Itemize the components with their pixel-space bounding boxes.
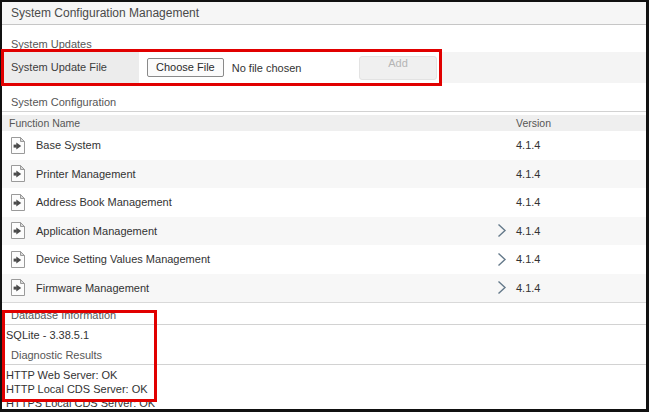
expand-row-control[interactable] — [488, 252, 514, 267]
function-table-body: Base System 4.1.4 Printer Management — [2, 131, 646, 303]
update-row-filler — [442, 52, 646, 83]
diagnostic-line: HTTP Local CDS Server: OK — [2, 382, 646, 396]
expand-row-control[interactable] — [488, 280, 514, 295]
database-information-section-label: Database Information — [2, 309, 646, 325]
choose-file-button[interactable]: Choose File — [147, 58, 224, 77]
system-configuration-section-label: System Configuration — [2, 96, 646, 112]
function-name-cell: Application Management — [2, 222, 488, 239]
diagnostic-lines: HTTP Web Server: OKHTTP Local CDS Server… — [2, 365, 646, 410]
function-version: 4.1.4 — [514, 139, 646, 151]
system-update-file-input: Choose File No file chosen Add — [139, 52, 442, 83]
function-table-row[interactable]: Firmware Management 4.1.4 — [2, 274, 646, 303]
function-table-header: Function Name Version — [2, 115, 646, 131]
system-configuration-management-page: System Configuration Management System U… — [0, 0, 649, 412]
install-file-icon — [11, 165, 25, 182]
expand-row-control[interactable] — [488, 223, 514, 238]
install-file-icon — [11, 222, 25, 239]
function-name-cell: Device Setting Values Management — [2, 251, 488, 268]
function-name-cell: Firmware Management — [2, 279, 488, 296]
chevron-right-icon — [496, 223, 507, 238]
system-update-file-row: System Update File Choose File No file c… — [2, 52, 646, 83]
function-version: 4.1.4 — [514, 225, 646, 237]
info-block: Database Information SQLite - 3.38.5.1 D… — [2, 309, 646, 410]
install-file-icon — [11, 279, 25, 296]
function-version: 4.1.4 — [514, 282, 646, 294]
function-version: 4.1.4 — [514, 196, 646, 208]
function-name-cell: Address Book Management — [2, 194, 488, 211]
diagnostic-results-section-label: Diagnostic Results — [2, 349, 646, 365]
function-table-row: Address Book Management 4.1.4 — [2, 188, 646, 217]
function-name: Base System — [36, 139, 101, 151]
function-version: 4.1.4 — [514, 253, 646, 265]
chevron-right-icon — [496, 252, 507, 267]
column-header-version: Version — [514, 117, 646, 129]
function-table-row: Printer Management 4.1.4 — [2, 160, 646, 189]
column-header-function-name: Function Name — [2, 117, 488, 129]
function-name-cell: Base System — [2, 137, 488, 154]
add-button[interactable]: Add — [359, 56, 437, 80]
function-name: Firmware Management — [36, 282, 149, 294]
function-table-row: Base System 4.1.4 — [2, 131, 646, 160]
install-file-icon — [11, 251, 25, 268]
function-name: Application Management — [36, 225, 157, 237]
file-chosen-status: No file chosen — [232, 62, 302, 74]
function-name-cell: Printer Management — [2, 165, 488, 182]
function-name: Address Book Management — [36, 196, 172, 208]
diagnostic-line: HTTP Web Server: OK — [2, 368, 646, 382]
page-title: System Configuration Management — [2, 2, 646, 25]
function-table-row[interactable]: Application Management 4.1.4 — [2, 217, 646, 246]
database-information-value: SQLite - 3.38.5.1 — [2, 325, 646, 345]
install-file-icon — [11, 194, 25, 211]
function-table-row[interactable]: Device Setting Values Management 4.1.4 — [2, 245, 646, 274]
system-updates-section-label: System Updates — [2, 38, 646, 50]
chevron-right-icon — [496, 280, 507, 295]
function-version: 4.1.4 — [514, 168, 646, 180]
system-update-file-label: System Update File — [2, 52, 139, 83]
function-name: Device Setting Values Management — [36, 253, 210, 265]
function-name: Printer Management — [36, 168, 136, 180]
install-file-icon — [11, 137, 25, 154]
diagnostic-line: HTTPS Local CDS Server: OK — [2, 396, 646, 410]
